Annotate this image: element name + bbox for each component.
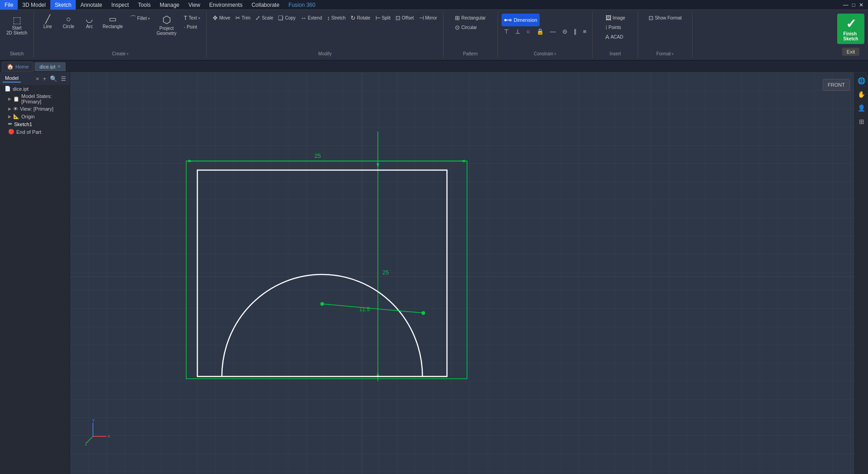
right-btn-hand[interactable]: ✋	[856, 89, 867, 100]
sketch-canvas: 25 25 11.5	[70, 73, 854, 474]
home-icon: 🏠	[7, 64, 14, 70]
offset-icon: ⊡	[395, 15, 400, 21]
svg-text:Y: Y	[92, 418, 95, 423]
hand-icon: ✋	[858, 91, 865, 98]
stretch-button[interactable]: ↕ Stretch	[325, 14, 348, 22]
right-btn-layout[interactable]: ⊞	[856, 116, 867, 127]
svg-point-16	[422, 311, 425, 315]
move-button[interactable]: ✥ Move	[210, 14, 232, 22]
acad-button[interactable]: A ACAD	[603, 33, 625, 41]
tree-label-view: View: [Primary]	[20, 106, 54, 112]
tree-label-origin: Origin	[21, 114, 34, 119]
tree-item-sketch1[interactable]: ✏ Sketch1	[0, 120, 70, 128]
svg-text:25: 25	[382, 269, 389, 276]
menu-environments[interactable]: Environments	[205, 0, 247, 10]
circular-pattern-button[interactable]: ⊙ Circular	[453, 23, 479, 32]
file-icon: 📄	[5, 86, 11, 92]
image-button[interactable]: 🖼 Image	[603, 14, 628, 22]
sidebar-search-icon[interactable]: 🔍	[49, 75, 58, 83]
constrain-5-button[interactable]: —	[548, 27, 558, 36]
sidebar-tab-model[interactable]: Model	[3, 74, 21, 83]
right-btn-globe[interactable]: 🌐	[856, 75, 867, 86]
start-2d-sketch-button[interactable]: ⬚ Start2D Sketch	[4, 14, 30, 37]
tree-label-sketch1: Sketch1	[14, 122, 32, 127]
view-icon: 👁	[13, 106, 18, 112]
tree-item-model-states[interactable]: ▶ 📋 Model States: [Primary]	[0, 93, 70, 105]
sidebar-close-btn[interactable]: ×	[35, 75, 40, 83]
exit-button[interactable]: Exit	[842, 48, 859, 56]
tab-home[interactable]: 🏠 Home	[2, 62, 34, 72]
menu-window-controls[interactable]: —□✕	[839, 0, 868, 10]
constrain-4-button[interactable]: 🔒	[534, 27, 546, 36]
menu-fusion360[interactable]: Fusion 360	[284, 0, 320, 10]
fillet-button[interactable]: ⌒ Fillet ▾	[126, 14, 153, 23]
sidebar-menu-icon[interactable]: ☰	[60, 75, 67, 83]
end-of-part-icon: 🔴	[8, 129, 15, 135]
pattern-group-label: Pattern	[463, 50, 478, 56]
menu-sketch[interactable]: Sketch	[50, 0, 76, 10]
acad-icon: A	[605, 34, 610, 40]
move-icon: ✥	[213, 15, 218, 21]
menu-view[interactable]: View	[184, 0, 205, 10]
mirror-icon: ⊣	[419, 15, 424, 21]
constrain-1-button[interactable]: ⊤	[502, 27, 511, 36]
svg-rect-11	[197, 170, 447, 376]
tree-item-file[interactable]: 📄 dice.ipt	[0, 85, 70, 93]
points-button[interactable]: ⁝ Points	[603, 23, 624, 32]
show-format-button[interactable]: ⊡ Show Format	[646, 14, 684, 22]
constrain-7-button[interactable]: ∥	[571, 27, 579, 36]
canvas-area[interactable]: 25 25 11.5 FRONT	[70, 73, 854, 474]
axes-svg: Y X Z	[84, 418, 111, 445]
mirror-button[interactable]: ⊣ Mirror	[417, 14, 439, 22]
stretch-icon: ↕	[327, 15, 330, 21]
right-btn-person[interactable]: 👤	[856, 103, 867, 113]
finish-sketch-button[interactable]: ✓ FinishSketch	[837, 14, 864, 44]
constrain-2-button[interactable]: ⊥	[513, 27, 522, 36]
line-button[interactable]: ╱ Line	[38, 14, 58, 30]
tab-bar: 🏠 Home dice.ipt ✕	[0, 61, 868, 73]
tab-home-label: Home	[15, 64, 29, 69]
menu-manage[interactable]: Manage	[155, 0, 184, 10]
menu-annotate[interactable]: Annotate	[76, 0, 107, 10]
point-button[interactable]: · Point	[181, 23, 203, 31]
menu-3d-model[interactable]: 3D Model	[18, 0, 50, 10]
sidebar-add-btn[interactable]: +	[42, 75, 47, 83]
split-button[interactable]: ⊢ Split	[373, 14, 393, 22]
arc-button[interactable]: ◡ Arc	[79, 14, 99, 30]
rectangular-pattern-icon: ⊞	[455, 15, 460, 21]
tree-item-view[interactable]: ▶ 👁 View: [Primary]	[0, 105, 70, 112]
extend-button[interactable]: ↔ Extend	[298, 14, 324, 22]
tree-item-origin[interactable]: ▶ 📐 Origin	[0, 112, 70, 120]
rotate-button[interactable]: ↻ Rotate	[348, 14, 372, 22]
dimension-icon: ⊷	[504, 15, 512, 25]
sidebar-tabs: Model	[3, 74, 21, 83]
constrain-1-icon: ⊤	[504, 28, 509, 35]
text-button[interactable]: T Text ▾	[181, 14, 203, 22]
constrain-2-icon: ⊥	[515, 28, 520, 35]
tree-label-model-states: Model States: [Primary]	[21, 93, 67, 104]
points-icon: ⁝	[605, 24, 607, 31]
trim-button[interactable]: ✂ Trim	[233, 14, 253, 22]
split-icon: ⊢	[375, 15, 380, 21]
tab-file[interactable]: dice.ipt ✕	[34, 62, 66, 71]
scale-button[interactable]: ⤢ Scale	[253, 14, 275, 22]
tree-item-end-of-part[interactable]: 🔴 End of Part	[0, 128, 70, 136]
ribbon-group-sketch: ⬚ Start2D Sketch Sketch	[0, 12, 34, 58]
svg-text:X: X	[107, 434, 110, 439]
menu-collaborate[interactable]: Collaborate	[247, 0, 284, 10]
copy-button[interactable]: ❑ Copy	[276, 14, 297, 22]
constrain-8-button[interactable]: ≡	[581, 27, 589, 36]
rectangle-button[interactable]: ▭ Rectangle	[100, 14, 125, 30]
tab-close-icon[interactable]: ✕	[57, 64, 61, 69]
ribbon-group-finish: ✓ FinishSketch Exit	[834, 12, 868, 58]
menu-inspect[interactable]: Inspect	[107, 0, 133, 10]
project-geometry-button[interactable]: ⬡ ProjectGeometry	[154, 14, 179, 37]
offset-button[interactable]: ⊡ Offset	[393, 14, 416, 22]
constrain-3-button[interactable]: ○	[524, 27, 532, 36]
circle-button[interactable]: ○ Circle	[59, 14, 78, 30]
dimension-button[interactable]: ⊷ Dimension	[502, 14, 540, 26]
menu-file[interactable]: File	[0, 0, 18, 10]
menu-tools[interactable]: Tools	[133, 0, 155, 10]
constrain-6-button[interactable]: ⊝	[560, 27, 570, 36]
rectangular-pattern-button[interactable]: ⊞ Rectangular	[453, 14, 488, 22]
